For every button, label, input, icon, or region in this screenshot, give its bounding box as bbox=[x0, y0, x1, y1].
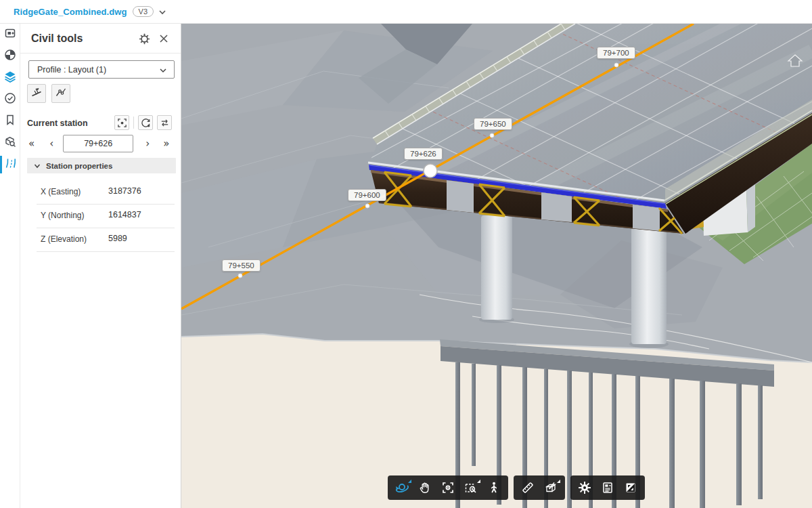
station-label-79-700: 79+700 bbox=[597, 47, 635, 59]
property-row-easting: X (Easting) 3187376 bbox=[20, 180, 181, 204]
measure-button[interactable] bbox=[516, 476, 539, 499]
orbit-follow-icon bbox=[141, 118, 151, 128]
zoom-window-button[interactable] bbox=[459, 476, 482, 499]
fit-to-view-button[interactable] bbox=[436, 476, 459, 499]
bookmark-icon bbox=[4, 114, 16, 129]
civil-tool-buttons bbox=[27, 84, 70, 103]
settings-gear-icon bbox=[578, 481, 591, 494]
sidebar-item-civil-tools[interactable] bbox=[0, 154, 20, 175]
flyout-indicator bbox=[557, 480, 560, 483]
close-panel-button[interactable] bbox=[156, 30, 172, 47]
sidebar-item-model-search[interactable] bbox=[0, 132, 20, 154]
station-navigation: « ‹ › » bbox=[20, 134, 181, 153]
alignment-station-tool-button[interactable] bbox=[27, 84, 46, 103]
fullscreen-icon bbox=[624, 481, 637, 494]
divider bbox=[133, 117, 134, 129]
sidebar-item-bookmarks[interactable] bbox=[0, 110, 20, 132]
settings-button[interactable] bbox=[573, 476, 596, 499]
chevron-down-icon bbox=[159, 66, 167, 75]
model-search-icon bbox=[4, 135, 16, 150]
first-person-button[interactable] bbox=[482, 476, 505, 499]
first-person-icon bbox=[487, 481, 501, 494]
top-bar: RidgeGate_Combined.dwg V3 bbox=[0, 0, 812, 24]
focus-station-icon bbox=[117, 118, 127, 128]
measure-tool-group bbox=[514, 475, 565, 500]
pan-hand-icon bbox=[418, 481, 432, 494]
fit-to-view-icon bbox=[441, 481, 455, 494]
chevron-down-icon[interactable] bbox=[158, 5, 166, 18]
check-circle-icon bbox=[4, 92, 16, 107]
section-box-icon bbox=[544, 481, 558, 494]
properties-button[interactable] bbox=[596, 476, 619, 499]
swap-direction-icon bbox=[160, 118, 170, 128]
orbit-follow-button[interactable] bbox=[138, 115, 153, 130]
property-label: X (Easting) bbox=[41, 187, 81, 196]
fullscreen-button[interactable] bbox=[619, 476, 642, 499]
application-window: RidgeGate_Combined.dwg V3 bbox=[0, 0, 812, 508]
property-label: Y (Northing) bbox=[41, 211, 84, 220]
flyout-indicator bbox=[408, 480, 411, 483]
version-badge[interactable]: V3 bbox=[133, 6, 154, 17]
next-station-button[interactable]: › bbox=[143, 137, 152, 150]
divider bbox=[37, 251, 175, 252]
left-icon-rail bbox=[0, 24, 20, 508]
chevron-down-icon bbox=[34, 163, 41, 169]
sidebar-item-views[interactable] bbox=[0, 24, 20, 45]
previous-station-button[interactable]: ‹ bbox=[47, 137, 56, 150]
orbit-button[interactable] bbox=[390, 476, 413, 499]
views-icon bbox=[4, 27, 16, 42]
zoom-window-icon bbox=[464, 481, 478, 494]
navigation-tool-group bbox=[388, 475, 508, 500]
civil-tools-icon bbox=[4, 157, 16, 172]
station-label-79-550: 79+550 bbox=[222, 259, 261, 272]
layers-icon bbox=[4, 70, 16, 85]
profile-dropdown[interactable]: Profile : Layout (1) bbox=[28, 60, 175, 79]
station-label-79-650: 79+650 bbox=[474, 118, 512, 130]
divider bbox=[20, 53, 181, 54]
viewport-3d[interactable]: 79+550 79+600 79+626 79+650 79+700 bbox=[181, 24, 812, 508]
alignment-station-tool-icon bbox=[30, 86, 43, 101]
panel-title: Civil tools bbox=[31, 33, 83, 45]
current-station-label: Current station bbox=[27, 119, 88, 128]
focus-station-button[interactable] bbox=[114, 115, 129, 130]
last-station-button[interactable]: » bbox=[160, 137, 172, 150]
station-label-79-626: 79+626 bbox=[404, 148, 443, 160]
sidebar-item-appearance[interactable] bbox=[0, 45, 20, 67]
station-properties-header[interactable]: Station properties bbox=[27, 158, 176, 173]
sidebar-item-checklist[interactable] bbox=[0, 89, 20, 110]
profile-dropdown-value: Profile : Layout (1) bbox=[37, 65, 106, 75]
measure-ruler-icon bbox=[521, 481, 535, 494]
property-value: 5989 bbox=[108, 234, 127, 243]
appearance-icon bbox=[4, 49, 16, 64]
property-row-elevation: Z (Elevation) 5989 bbox=[20, 228, 181, 251]
orbit-icon bbox=[394, 480, 409, 495]
station-input[interactable] bbox=[63, 135, 133, 152]
property-row-northing: Y (Northing) 1614837 bbox=[20, 204, 181, 228]
panel-header: Civil tools bbox=[20, 24, 181, 53]
properties-panel-icon bbox=[601, 481, 614, 494]
first-station-button[interactable]: « bbox=[26, 137, 37, 150]
station-label-79-600: 79+600 bbox=[348, 189, 386, 201]
swap-direction-button[interactable] bbox=[157, 115, 172, 130]
current-station-row: Current station bbox=[27, 115, 175, 131]
station-properties-title: Station properties bbox=[46, 162, 112, 170]
document-title: RidgeGate_Combined.dwg bbox=[14, 7, 127, 17]
viewer-toolbar bbox=[388, 475, 645, 500]
section-button[interactable] bbox=[539, 476, 562, 499]
property-value: 1614837 bbox=[108, 210, 141, 219]
flyout-indicator bbox=[477, 480, 480, 483]
profile-point-tool-icon bbox=[55, 86, 67, 101]
current-station-marker[interactable] bbox=[424, 164, 437, 177]
settings-tool-group bbox=[570, 475, 645, 500]
pan-button[interactable] bbox=[413, 476, 436, 499]
settings-gear-button[interactable] bbox=[136, 30, 152, 47]
sidebar-item-layers[interactable] bbox=[0, 67, 20, 89]
civil-tools-panel: Civil tools Profile : Layout (1) bbox=[20, 24, 181, 508]
viewport-3d-scene[interactable] bbox=[181, 24, 812, 508]
property-label: Z (Elevation) bbox=[41, 234, 87, 244]
property-value: 3187376 bbox=[108, 186, 141, 196]
profile-point-tool-button[interactable] bbox=[51, 84, 70, 103]
